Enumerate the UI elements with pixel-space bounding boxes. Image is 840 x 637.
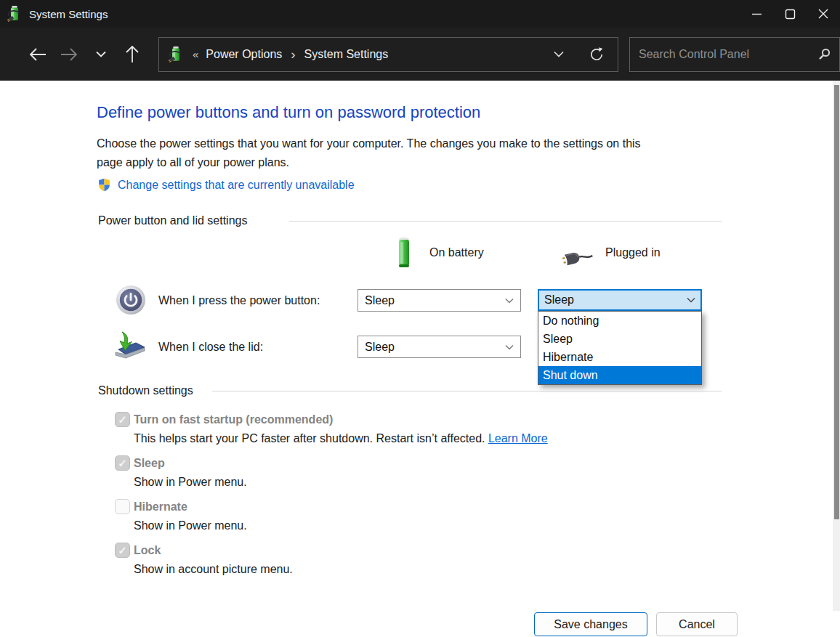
hibernate-desc: Show in Power menu.: [134, 519, 247, 532]
uac-shield-icon: [97, 178, 111, 192]
on-battery-icon: [395, 236, 413, 269]
chevron-down-icon: [687, 297, 695, 303]
hibernate-checkbox[interactable]: [115, 499, 130, 514]
address-bar[interactable]: « Power Options › System Settings: [158, 37, 618, 72]
power-battery-select-value: Sleep: [365, 294, 395, 307]
vertical-scrollbar[interactable]: [833, 81, 840, 611]
power-plugged-select[interactable]: Sleep: [538, 289, 702, 311]
chevron-down-icon: [505, 344, 514, 350]
intro-line-2: page apply to all of your power plans.: [97, 156, 289, 169]
window-controls: [740, 0, 840, 28]
plugged-in-icon: [560, 242, 599, 269]
learn-more-link[interactable]: Learn More: [488, 432, 548, 445]
save-changes-button[interactable]: Save changes: [534, 612, 647, 636]
intro-text: Choose the power settings that you want …: [97, 134, 641, 172]
back-icon: [29, 48, 47, 61]
breadcrumb-overflow-chevron[interactable]: «: [193, 48, 198, 60]
minimize-button[interactable]: [740, 0, 773, 28]
col-plugged-in: Plugged in: [605, 246, 661, 259]
hibernate-label: Hibernate: [134, 500, 187, 514]
close-lid-row-label: When I close the lid:: [158, 341, 263, 354]
search-input[interactable]: [639, 48, 818, 61]
power-plugged-select-value: Sleep: [544, 293, 574, 307]
recent-pages-button[interactable]: [85, 38, 117, 70]
change-settings-link[interactable]: Change settings that are currently unava…: [118, 179, 355, 192]
scrollbar-thumb[interactable]: [834, 85, 839, 519]
navigation-bar: « Power Options › System Settings: [0, 28, 840, 81]
address-dropdown-chevron-icon[interactable]: [554, 51, 564, 57]
back-button[interactable]: [22, 38, 54, 70]
refresh-icon[interactable]: [589, 46, 605, 62]
sleep-desc: Show in Power menu.: [134, 476, 247, 489]
close-icon: [817, 8, 829, 20]
dropdown-option-shut-down[interactable]: Shut down: [538, 366, 701, 384]
forward-button[interactable]: [54, 38, 86, 70]
window-title: System Settings: [29, 8, 108, 20]
uac-link-row: Change settings that are currently unava…: [97, 178, 355, 192]
address-battery-icon: [168, 46, 184, 63]
lock-checkbox[interactable]: ✓: [115, 543, 130, 558]
chevron-down-icon: [96, 51, 106, 57]
power-button-row-label: When I press the power button:: [158, 294, 320, 307]
maximize-icon: [785, 9, 796, 20]
col-on-battery: On battery: [429, 246, 484, 259]
breadcrumb-power-options[interactable]: Power Options: [206, 48, 282, 61]
fast-startup-label: Turn on fast startup (recommended): [134, 413, 333, 426]
close-button[interactable]: [807, 0, 840, 28]
power-section-divider: [289, 221, 722, 222]
lid-battery-select-value: Sleep: [365, 341, 395, 354]
chevron-down-icon: [505, 298, 514, 304]
lid-battery-select[interactable]: Sleep: [358, 336, 521, 358]
search-box: [629, 37, 840, 72]
content-area: Define power buttons and turn on passwor…: [0, 81, 840, 637]
close-lid-icon: [110, 329, 146, 362]
breadcrumb-separator-icon: ›: [291, 49, 295, 60]
check-icon: ✓: [118, 413, 127, 426]
intro-line-1: Choose the power settings that you want …: [97, 137, 641, 150]
fast-startup-desc: This helps start your PC faster after sh…: [134, 432, 548, 445]
minimize-icon: [751, 9, 762, 20]
shutdown-section-title: Shutdown settings: [98, 384, 193, 397]
cancel-button[interactable]: Cancel: [656, 612, 738, 636]
maximize-button[interactable]: [773, 0, 807, 28]
power-plugged-dropdown-list: Do nothing Sleep Hibernate Shut down: [538, 311, 702, 385]
app-battery-icon: [7, 5, 23, 23]
fast-startup-desc-text: This helps start your PC faster after sh…: [134, 432, 488, 445]
shutdown-section-divider: [212, 391, 722, 391]
page-title: Define power buttons and turn on passwor…: [97, 103, 480, 122]
power-section-title: Power button and lid settings: [98, 214, 247, 227]
system-settings-window: System Settings: [0, 0, 840, 637]
dropdown-option-hibernate[interactable]: Hibernate: [538, 348, 701, 366]
breadcrumb-system-settings[interactable]: System Settings: [304, 48, 389, 61]
sleep-checkbox[interactable]: ✓: [115, 455, 130, 471]
sleep-label: Sleep: [134, 457, 165, 470]
lock-desc: Show in account picture menu.: [134, 563, 293, 576]
titlebar: System Settings: [0, 0, 840, 28]
power-button-icon: [116, 285, 146, 315]
lock-label: Lock: [134, 544, 161, 557]
forward-icon: [60, 48, 78, 61]
dropdown-option-do-nothing[interactable]: Do nothing: [538, 312, 701, 330]
check-icon: ✓: [118, 544, 127, 557]
up-icon: [126, 46, 139, 63]
check-icon: ✓: [118, 457, 127, 470]
dropdown-option-sleep[interactable]: Sleep: [538, 330, 701, 348]
power-battery-select[interactable]: Sleep: [358, 289, 521, 312]
up-button[interactable]: [117, 38, 149, 70]
fast-startup-checkbox[interactable]: ✓: [115, 412, 130, 427]
search-icon[interactable]: [818, 48, 831, 60]
